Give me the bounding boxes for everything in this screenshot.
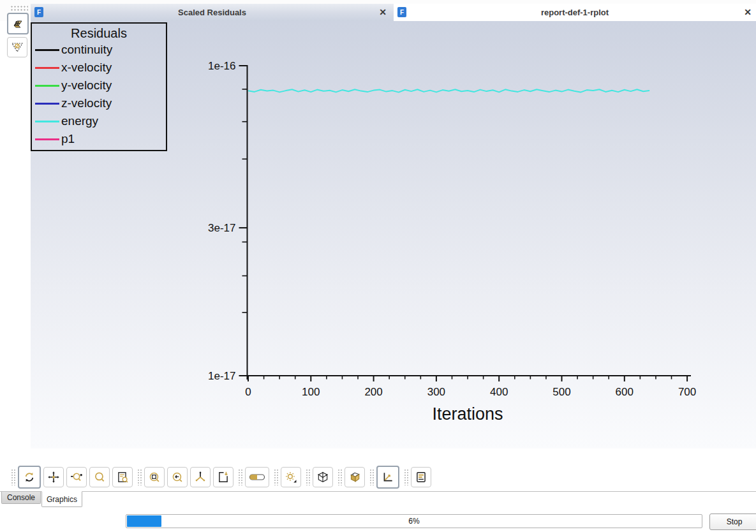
fluent-f-badge-icon: F [34, 7, 43, 17]
plot-axes-icon [382, 471, 394, 484]
display-options-button[interactable] [281, 467, 301, 487]
graphics-canvas[interactable]: Residuals continuity x-velocity y-veloci… [31, 21, 756, 448]
progress-percent-label: 6% [126, 515, 702, 528]
svg-text:500: 500 [552, 386, 570, 398]
report-view-button[interactable] [411, 467, 431, 487]
toolbar-group-separator [404, 469, 409, 485]
toolbar-group-separator [306, 469, 311, 485]
tab-console[interactable]: Console [1, 492, 41, 504]
series-line-swatch [35, 49, 59, 51]
legend-item: continuity [32, 41, 166, 59]
legend-item: p1 [32, 130, 166, 148]
legend-title: Residuals [32, 26, 166, 41]
svg-text:300: 300 [427, 386, 445, 398]
svg-text:1e-17: 1e-17 [208, 370, 235, 382]
tab-scaled-residuals[interactable]: F Scaled Residuals ✕ [31, 4, 394, 21]
progress-bar: 6% [126, 514, 702, 528]
fit-to-window-icon [116, 471, 129, 484]
status-bar: 6% Stop [0, 509, 756, 532]
fluent-f-badge-icon: F [397, 7, 406, 17]
rotate-icon [23, 471, 36, 484]
tab-title: Scaled Residuals [178, 8, 246, 17]
toolbar-group-separator [238, 469, 243, 485]
console-graphics-tabbar: Console Graphics [0, 491, 756, 510]
svg-text:400: 400 [490, 386, 508, 398]
fit-to-window-button[interactable] [112, 467, 133, 487]
svg-text:1e-16: 1e-16 [208, 60, 235, 72]
legend-item: x-velocity [32, 59, 166, 77]
perspective-view-button[interactable] [345, 467, 365, 487]
series-line-swatch [35, 67, 59, 69]
zoom-button[interactable] [89, 467, 110, 487]
plot-window-button[interactable] [376, 466, 399, 489]
toolbar-group-separator [369, 469, 374, 485]
plot-legend: Residuals continuity x-velocity y-veloci… [31, 22, 167, 151]
svg-text:700: 700 [678, 386, 696, 398]
orient-triad-icon [194, 471, 207, 484]
headlight-toggle-button[interactable] [245, 467, 269, 487]
zoom-to-area-button[interactable] [144, 467, 165, 487]
svg-text:100: 100 [302, 386, 320, 398]
series-line-swatch [35, 103, 59, 105]
toolbar-group-separator [274, 469, 279, 485]
legend-item: z-velocity [32, 94, 166, 112]
toolbar-drag-handle[interactable] [11, 469, 16, 485]
pan-button[interactable] [43, 467, 64, 487]
save-picture-icon [217, 471, 230, 484]
svg-text:3e-17: 3e-17 [208, 222, 235, 234]
perspective-cube-icon [348, 471, 361, 484]
mesh-display-icon [11, 17, 24, 30]
headlight-icon [249, 472, 265, 482]
toolbar-group-separator [337, 469, 343, 485]
mesh-display-button[interactable] [7, 13, 29, 34]
svg-text:Iterations: Iterations [433, 404, 503, 424]
svg-text:600: 600 [616, 386, 634, 398]
orient-triad-button[interactable] [190, 467, 211, 487]
views-cube-icon [316, 471, 329, 484]
stop-button[interactable]: Stop [709, 514, 756, 530]
series-line-swatch [35, 138, 59, 140]
tab-title: report-def-1-rplot [541, 8, 609, 17]
svg-text:0: 0 [245, 386, 251, 398]
views-cube-button[interactable] [313, 467, 333, 487]
graphics-window-tabbar: F Scaled Residuals ✕ F report-def-1-rplo… [0, 0, 756, 21]
toolbar-group-separator [137, 469, 142, 485]
series-line-swatch [35, 121, 59, 122]
legend-item: energy [32, 112, 166, 130]
report-document-icon [415, 471, 427, 484]
zoom-to-area-icon [148, 471, 161, 484]
previous-view-icon [171, 471, 184, 484]
rotate-view-button[interactable] [18, 466, 41, 489]
zoom-in-out-icon [70, 471, 83, 484]
previous-view-button[interactable] [167, 467, 188, 487]
side-toolbar-drag-handle[interactable] [10, 5, 28, 11]
pan-icon [47, 471, 60, 484]
series-line-swatch [35, 85, 59, 87]
zoom-icon [93, 471, 106, 484]
clip-filter-button[interactable] [7, 37, 27, 57]
zoom-in-out-button[interactable] [66, 467, 87, 487]
close-icon[interactable]: ✕ [742, 6, 753, 18]
tab-report-def-1-rplot[interactable]: F report-def-1-rplot ✕ [394, 4, 756, 21]
tab-graphics[interactable]: Graphics [41, 491, 82, 507]
close-icon[interactable]: ✕ [377, 6, 389, 18]
display-options-gear-icon [285, 471, 297, 484]
clip-filter-icon [10, 40, 24, 54]
save-picture-button[interactable] [213, 467, 233, 487]
svg-text:200: 200 [364, 386, 382, 398]
graphics-toolbar [0, 466, 756, 488]
legend-item: y-velocity [32, 77, 166, 94]
